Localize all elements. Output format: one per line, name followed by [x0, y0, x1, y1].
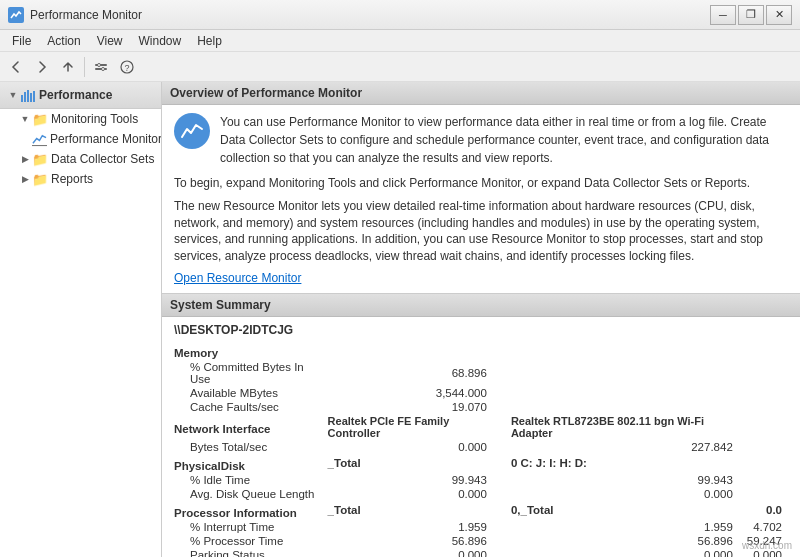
cache-faults-label: Cache Faults/sec: [170, 400, 320, 414]
tree-root[interactable]: ▼ Performance: [6, 85, 155, 105]
expand-icon-dcs: ▶: [18, 154, 32, 164]
bytes-total-label: Bytes Total/sec: [170, 440, 320, 454]
back-button[interactable]: [4, 55, 28, 79]
main-layout: ▼ Performance ▼ 📁 Monitoring Tools Perfo…: [0, 82, 800, 557]
toolbar: ?: [0, 52, 800, 82]
tree-label-monitoring: Monitoring Tools: [51, 112, 138, 126]
menu-bar: File Action View Window Help: [0, 30, 800, 52]
overview-paragraph-2: To begin, expand Monitoring Tools and cl…: [174, 175, 788, 192]
tree-item-monitoring-tools[interactable]: ▼ 📁 Monitoring Tools: [0, 109, 161, 129]
tree-label-perfmon: Performance Monitor: [50, 132, 162, 146]
overview-paragraph-3: The new Resource Monitor lets you view d…: [174, 198, 788, 265]
summary-table: Memory % Committed Bytes In Use 68.896 A…: [170, 341, 792, 557]
performance-icon: [20, 87, 36, 103]
idle-time-val1: 99.943: [320, 473, 507, 487]
cache-faults-value: 19.070: [320, 400, 507, 414]
window-controls: ─ ❐ ✕: [710, 5, 792, 25]
available-mbytes-label: Available MBytes: [170, 386, 320, 400]
svg-text:?: ?: [124, 63, 129, 73]
overview-content: You can use Performance Monitor to view …: [162, 105, 800, 294]
proc-00-label: 0.0: [743, 501, 792, 520]
expand-icon-reports: ▶: [18, 174, 32, 184]
table-row: Available MBytes 3,544.000: [170, 386, 792, 400]
folder-icon-dcs: 📁: [32, 151, 48, 167]
table-row: Bytes Total/sec 0.000 227.842: [170, 440, 792, 454]
toolbar-separator-1: [84, 57, 85, 77]
tree-root-label: Performance: [39, 88, 112, 102]
tree-item-performance-monitor[interactable]: Performance Monitor: [0, 129, 161, 149]
svg-rect-7: [24, 92, 26, 102]
expand-icon-root: ▼: [6, 90, 20, 100]
proc-total-label: _Total: [320, 501, 507, 520]
processor-time-label: % Processor Time: [170, 534, 320, 548]
up-button[interactable]: [56, 55, 80, 79]
disk-queue-val1: 0.000: [320, 487, 507, 501]
properties-button[interactable]: [89, 55, 113, 79]
bytes-total-val1: 0.000: [320, 440, 507, 454]
menu-file[interactable]: File: [4, 32, 39, 50]
expand-icon-monitoring: ▼: [18, 114, 32, 124]
svg-rect-8: [27, 90, 29, 102]
watermark: wsxdn.com: [742, 540, 792, 551]
system-summary-header: System Summary: [162, 294, 800, 317]
disk-queue-label: Avg. Disk Queue Length: [170, 487, 320, 501]
disk-partition-label: 0 C: J: I: H: D:: [507, 454, 743, 473]
idle-time-val2: 99.943: [507, 473, 743, 487]
processor-label: Processor Information: [170, 501, 320, 520]
restore-button[interactable]: ❐: [738, 5, 764, 25]
folder-icon-monitoring: 📁: [32, 111, 48, 127]
window-title: Performance Monitor: [30, 8, 142, 22]
table-row: Memory: [170, 341, 792, 360]
menu-action[interactable]: Action: [39, 32, 88, 50]
app-icon: [8, 7, 24, 23]
disk-total-label: _Total: [320, 454, 507, 473]
svg-rect-9: [30, 93, 32, 102]
table-row: PhysicalDisk _Total 0 C: J: I: H: D:: [170, 454, 792, 473]
parking-status-label: Parking Status: [170, 548, 320, 557]
tree-label-dcs: Data Collector Sets: [51, 152, 154, 166]
overview-paragraph-1: You can use Performance Monitor to view …: [220, 113, 788, 167]
svg-rect-6: [21, 95, 23, 102]
forward-button[interactable]: [30, 55, 54, 79]
resource-monitor-link[interactable]: Open Resource Monitor: [174, 271, 301, 285]
committed-bytes-value: 68.896: [320, 360, 507, 386]
network-label: Network Interface: [170, 414, 320, 440]
help-button[interactable]: ?: [115, 55, 139, 79]
menu-view[interactable]: View: [89, 32, 131, 50]
disk-queue-val2: 0.000: [507, 487, 743, 501]
table-row: Cache Faults/sec 19.070: [170, 400, 792, 414]
tree-header: ▼ Performance: [0, 82, 161, 109]
interrupt-time-val2: 1.959: [507, 520, 743, 534]
computer-name: \\DESKTOP-2IDTCJG: [170, 323, 792, 337]
svg-rect-10: [33, 91, 35, 102]
table-row: % Interrupt Time 1.959 1.959 4.702: [170, 520, 792, 534]
physicaldisk-label: PhysicalDisk: [170, 454, 320, 473]
table-row: Network Interface Realtek PCIe FE Family…: [170, 414, 792, 440]
interrupt-time-label: % Interrupt Time: [170, 520, 320, 534]
table-row: % Idle Time 99.943 99.943: [170, 473, 792, 487]
bytes-total-val2: 227.842: [507, 440, 743, 454]
table-row: % Processor Time 56.896 56.896 59.247: [170, 534, 792, 548]
tree-item-reports[interactable]: ▶ 📁 Reports: [0, 169, 161, 189]
available-mbytes-value: 3,544.000: [320, 386, 507, 400]
menu-window[interactable]: Window: [131, 32, 190, 50]
svg-point-3: [102, 67, 105, 70]
network-controller-label: Realtek PCIe FE Family Controller: [320, 414, 507, 440]
svg-point-2: [98, 63, 101, 66]
tree-item-data-collector[interactable]: ▶ 📁 Data Collector Sets: [0, 149, 161, 169]
interrupt-time-val1: 1.959: [320, 520, 507, 534]
idle-time-label: % Idle Time: [170, 473, 320, 487]
system-summary: \\DESKTOP-2IDTCJG Memory % Committed Byt…: [162, 317, 800, 557]
title-bar: Performance Monitor ─ ❐ ✕: [0, 0, 800, 30]
folder-icon-reports: 📁: [32, 171, 48, 187]
close-button[interactable]: ✕: [766, 5, 792, 25]
network-wifi-label: Realtek RTL8723BE 802.11 bgn Wi-Fi Adapt…: [507, 414, 743, 440]
memory-label: Memory: [170, 341, 320, 360]
tree-label-reports: Reports: [51, 172, 93, 186]
table-row: Parking Status 0.000 0.000 0.000: [170, 548, 792, 557]
processor-time-val2: 56.896: [507, 534, 743, 548]
table-row: Avg. Disk Queue Length 0.000 0.000: [170, 487, 792, 501]
chart-icon-perfmon: [32, 131, 47, 147]
menu-help[interactable]: Help: [189, 32, 230, 50]
minimize-button[interactable]: ─: [710, 5, 736, 25]
